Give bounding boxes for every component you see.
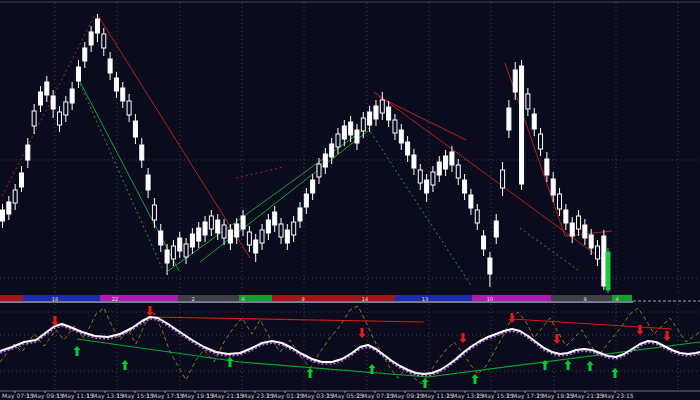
candle-body xyxy=(526,94,530,109)
ribbon-segment xyxy=(178,295,239,301)
ribbon-count-label: 22 xyxy=(112,296,118,302)
candle-body xyxy=(577,216,581,229)
candle-body xyxy=(26,145,30,160)
candle-body xyxy=(13,190,17,203)
candle-body xyxy=(260,230,264,243)
ribbon-count-label: 4 xyxy=(615,296,618,302)
candle-body xyxy=(216,220,220,233)
candle-body xyxy=(102,34,106,48)
candle-body xyxy=(121,88,125,101)
chart-canvas[interactable]: 182226914131094 1 May 07:151 May 09:151 … xyxy=(0,0,700,400)
candle-body xyxy=(203,222,207,235)
ribbon-segment xyxy=(272,295,395,301)
candle-body xyxy=(336,134,340,147)
candle-body xyxy=(64,102,68,115)
candle-body xyxy=(76,67,80,81)
candle-body xyxy=(482,236,486,249)
candle-body xyxy=(374,106,378,119)
candle-body xyxy=(133,121,137,137)
candle-body xyxy=(355,130,359,143)
candle-body xyxy=(501,170,505,188)
candle-body xyxy=(349,122,353,135)
ribbon-segment xyxy=(23,295,100,301)
candle-body xyxy=(361,118,365,131)
candle-body xyxy=(545,159,549,175)
candle-body xyxy=(45,82,49,95)
candle-body xyxy=(178,238,182,251)
candle-body xyxy=(564,210,568,223)
candle-body xyxy=(108,59,112,73)
candle-body xyxy=(32,111,36,126)
candle-body xyxy=(279,224,283,237)
candle-body xyxy=(292,222,296,235)
candle-body xyxy=(551,179,555,195)
time-axis[interactable]: 1 May 07:151 May 09:151 May 11:151 May 1… xyxy=(0,391,700,400)
candle-body xyxy=(431,172,435,185)
candle-body xyxy=(140,145,144,160)
candle-body xyxy=(406,142,410,155)
candle-body xyxy=(602,236,606,286)
candle-body xyxy=(317,164,321,177)
candle-body xyxy=(51,96,55,109)
candle-body xyxy=(57,112,61,125)
candle-body xyxy=(171,246,175,259)
candle-body xyxy=(368,112,372,125)
candle-body xyxy=(70,89,74,103)
candle-body xyxy=(241,216,245,229)
candle-body xyxy=(159,231,163,245)
candle-body xyxy=(311,180,315,193)
candle-body xyxy=(412,155,416,168)
candle-body xyxy=(393,120,397,133)
candle-body xyxy=(127,101,131,115)
chart-background xyxy=(0,0,700,400)
candle-body xyxy=(387,107,391,120)
candle-body xyxy=(570,223,574,236)
candle-body xyxy=(235,224,239,237)
ribbon-count-label: 6 xyxy=(241,296,244,302)
candle-body xyxy=(330,144,334,157)
candle-body xyxy=(1,210,5,221)
candle-body xyxy=(254,240,258,253)
candle-body xyxy=(146,175,150,190)
candle-body xyxy=(444,156,448,169)
candle-body xyxy=(114,78,118,91)
candle-body xyxy=(95,19,99,33)
candle-body xyxy=(583,225,587,238)
candle-body xyxy=(184,244,188,257)
ribbon-count-label: 18 xyxy=(52,296,58,302)
candle-body xyxy=(539,134,543,149)
candle-body xyxy=(520,66,524,184)
candle-body xyxy=(494,221,498,237)
candle-body xyxy=(209,216,213,229)
candle-body xyxy=(463,180,467,193)
candle-body xyxy=(418,170,422,183)
candle-body xyxy=(456,165,460,178)
trading-chart-window: 182226914131094 1 May 07:151 May 09:151 … xyxy=(0,0,700,400)
candle-body xyxy=(247,232,251,245)
ribbon-count-label: 9 xyxy=(301,296,304,302)
candle-body xyxy=(222,225,226,238)
candle-body xyxy=(558,194,562,209)
candle-body xyxy=(38,92,42,105)
candle-body xyxy=(532,114,536,129)
ribbon-count-label: 13 xyxy=(422,296,428,302)
candle-body xyxy=(513,70,517,92)
ribbon-count-label: 14 xyxy=(362,296,368,302)
candle-body xyxy=(298,208,302,221)
candle-body xyxy=(266,220,270,233)
trend-ribbon-panel[interactable]: 182226914131094 xyxy=(0,295,700,302)
candle-body xyxy=(596,246,600,259)
grid-layer xyxy=(0,0,700,400)
candle-body xyxy=(469,195,473,208)
candle-body xyxy=(399,130,403,143)
candle-body xyxy=(475,210,479,223)
candle-body xyxy=(273,212,277,225)
candle-body xyxy=(19,173,23,187)
ribbon-count-label: 9 xyxy=(583,296,586,302)
candle-body xyxy=(437,162,441,175)
ribbon-segment xyxy=(395,295,472,301)
candle-body xyxy=(89,32,93,45)
candle-body xyxy=(589,235,593,248)
candle-body xyxy=(507,108,511,130)
candle-body xyxy=(323,154,327,167)
